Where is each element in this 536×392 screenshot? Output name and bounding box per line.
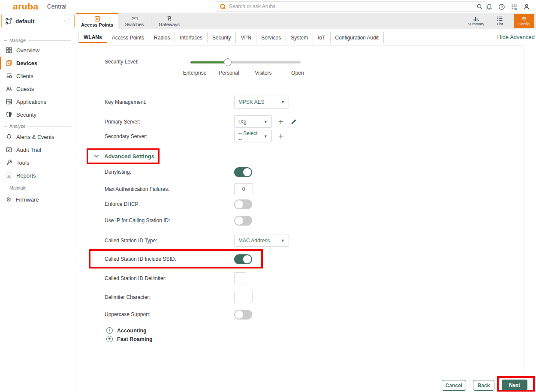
delimiter-character-row: Delimiter Character: [105, 291, 515, 303]
subtab-security[interactable]: Security [207, 32, 236, 43]
edit-pencil-icon[interactable] [290, 118, 297, 125]
security-level-option-visitors[interactable]: Visitors [246, 70, 280, 76]
security-level-option-enterprise[interactable]: Enterprise [178, 70, 212, 76]
circled-plus-icon: + [106, 327, 113, 334]
view-config-button[interactable]: ⚙ Config [514, 14, 534, 28]
tab-switches[interactable]: Switches [118, 13, 151, 29]
user-account-icon[interactable] [523, 3, 530, 10]
device-toolbar: Access Points Switches Gateways Summary [76, 13, 536, 29]
subtab-iot[interactable]: IoT [313, 32, 330, 43]
called-station-id-include-ssid-row: Called Station ID Include SSID: [105, 254, 515, 264]
sidebar-item-guests-label: Guests [16, 86, 34, 92]
sidebar-item-tools[interactable]: Tools [0, 156, 76, 169]
sidebar-item-applications[interactable]: Applications [0, 95, 76, 108]
denylisting-toggle[interactable] [234, 167, 252, 177]
security-level-option-open[interactable]: Open [280, 70, 315, 76]
sidebar-item-reports[interactable]: Reports [0, 169, 76, 182]
sidebar-item-audit-trail[interactable]: Audit Trail [0, 143, 76, 156]
primary-server-value: rXg [238, 119, 247, 125]
subtab-services[interactable]: Services [256, 32, 286, 43]
security-level-slider-handle[interactable] [224, 58, 232, 66]
subtabs: WLANs Access Points Radios Interfaces Se… [78, 32, 384, 43]
chevron-down-icon: ▼ [281, 238, 285, 243]
sidebar-item-devices[interactable]: Devices [0, 57, 76, 69]
search-icon[interactable] [476, 3, 483, 10]
denylisting-row: Denylisting: [105, 167, 515, 177]
view-list-button[interactable]: List [490, 14, 510, 28]
subtab-interfaces[interactable]: Interfaces [175, 32, 208, 43]
security-level-slider-fill [190, 61, 228, 63]
subtab-wlans[interactable]: WLANs [78, 32, 107, 43]
subtab-system[interactable]: System [286, 32, 313, 43]
next-button[interactable]: Next [502, 380, 527, 390]
view-summary-label: Summary [468, 22, 485, 26]
guests-icon [6, 86, 12, 92]
subtab-vpn[interactable]: VPN [235, 32, 256, 43]
subtab-radios[interactable]: Radios [149, 32, 175, 43]
cancel-button[interactable]: Cancel [442, 380, 466, 391]
chevron-down-icon [94, 154, 99, 158]
tab-access-points[interactable]: Access Points [76, 13, 118, 29]
called-station-id-type-dropdown[interactable]: MAC Address ▼ [234, 235, 289, 247]
primary-server-dropdown[interactable]: rXg ▼ [234, 115, 272, 128]
delimiter-character-input[interactable] [234, 291, 253, 303]
key-management-row: Key Management: MPSK AES ▼ [105, 96, 515, 109]
called-station-id-delimiter-label: Called Station ID Delimiter: [105, 275, 234, 281]
accounting-expander[interactable]: + Accounting [106, 327, 147, 334]
primary-server-label: Primary Server: [105, 119, 234, 125]
add-server-icon[interactable]: + [278, 118, 283, 126]
security-level-option-personal[interactable]: Personal [212, 70, 246, 76]
context-selector[interactable]: default [1, 14, 75, 28]
subtab-iot-label: IoT [318, 35, 325, 41]
security-level-slider-track[interactable] [190, 61, 301, 63]
sidebar-item-clients-label: Clients [16, 73, 33, 79]
subtab-configuration-audit[interactable]: Configuration Audit [330, 32, 384, 43]
fast-roaming-expander[interactable]: + Fast Roaming [106, 336, 153, 342]
sidebar-item-guests[interactable]: Guests [0, 82, 76, 95]
top-header: aruba Central ? [0, 0, 536, 13]
advanced-settings-header[interactable]: Advanced Settings [94, 151, 154, 161]
view-summary-button[interactable]: Summary [466, 14, 486, 28]
use-ip-calling-station-toggle[interactable] [234, 216, 252, 226]
devices-icon [6, 60, 12, 66]
uppercase-support-label: Uppercase Support: [105, 311, 234, 317]
subtab-access-points[interactable]: Access Points [107, 32, 149, 43]
view-config-label: Config [518, 22, 530, 26]
sidebar-item-security[interactable]: Security [0, 108, 76, 121]
sidebar-item-firmware[interactable]: ⚙ Firmware [0, 193, 76, 206]
sidebar-item-overview[interactable]: Overview [0, 44, 76, 57]
notifications-bell-icon[interactable] [485, 3, 493, 10]
called-station-id-delimiter-input[interactable] [234, 272, 246, 284]
search-input[interactable] [229, 3, 476, 9]
tab-gateways-label: Gateways [159, 22, 180, 27]
tab-gateways[interactable]: Gateways [151, 13, 187, 29]
back-button[interactable]: Back [473, 380, 494, 391]
subtab-wlans-label: WLANs [84, 34, 102, 40]
help-icon[interactable]: ? [498, 3, 505, 10]
uppercase-support-row: Uppercase Support: [105, 309, 515, 320]
subtab-services-label: Services [261, 35, 281, 41]
max-auth-failures-input[interactable] [234, 183, 253, 195]
nav-section-maintain: Maintain [0, 184, 76, 191]
apps-grid-icon[interactable] [510, 3, 518, 10]
called-station-id-include-ssid-toggle[interactable] [234, 254, 252, 264]
secondary-server-dropdown[interactable]: -- Select -- ▼ [234, 130, 272, 142]
wrench-icon [6, 160, 12, 166]
aruba-q-icon [220, 3, 226, 10]
global-search[interactable] [216, 1, 487, 12]
access-point-icon [94, 16, 100, 22]
tab-access-points-label: Access Points [81, 22, 113, 27]
site-group-icon [6, 18, 12, 24]
key-management-dropdown[interactable]: MPSK AES ▼ [234, 96, 289, 109]
key-management-value: MPSK AES [238, 99, 265, 105]
uppercase-support-toggle[interactable] [234, 310, 252, 320]
chevron-down-icon: ▼ [264, 134, 268, 139]
sidebar-item-reports-label: Reports [16, 172, 36, 179]
hide-advanced-link[interactable]: Hide Advanced [497, 34, 535, 40]
called-station-id-type-value: MAC Address [238, 238, 270, 244]
max-auth-failures-row: Max Authentication Failures: [105, 183, 515, 195]
sidebar-item-alerts-events[interactable]: Alerts & Events [0, 130, 76, 143]
add-server-icon[interactable]: + [278, 133, 283, 140]
sidebar-item-clients[interactable]: Clients [0, 69, 76, 82]
enforce-dhcp-toggle[interactable] [234, 199, 252, 209]
